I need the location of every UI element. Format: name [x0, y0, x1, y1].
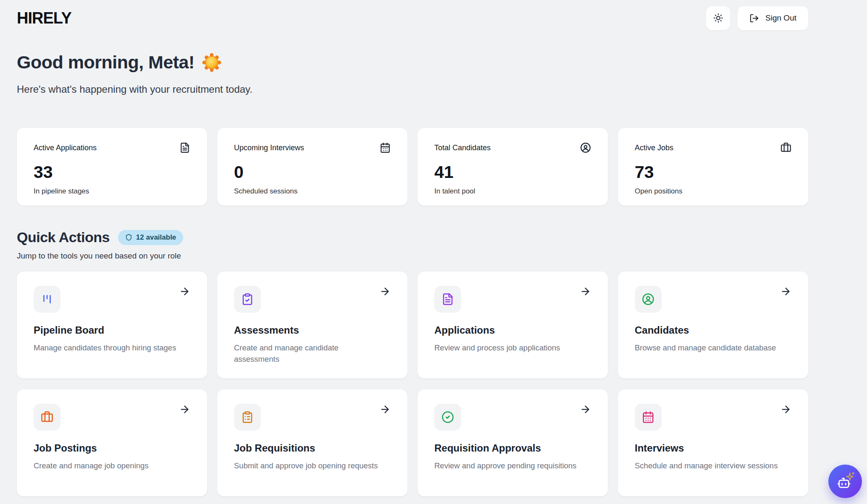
- action-description: Create and manage candidate assessments: [234, 342, 383, 365]
- action-description: Schedule and manage interview sessions: [635, 460, 784, 471]
- stat-icon: [780, 142, 791, 153]
- stat-card: Upcoming Interviews 0 Scheduled sessions: [217, 128, 407, 206]
- stat-label: Active Applications: [34, 144, 97, 152]
- quick-action-card[interactable]: Assessments Create and manage candidate …: [217, 272, 407, 379]
- action-description: Review and approve pending requisitions: [434, 460, 583, 471]
- greeting-section: Good morning, Meta!: [17, 52, 808, 95]
- quick-action-card[interactable]: Interviews Schedule and manage interview…: [618, 389, 808, 496]
- greeting-subtitle: Here's what's happening with your recrui…: [17, 84, 808, 95]
- stat-sublabel: In talent pool: [434, 187, 591, 196]
- action-title: Pipeline Board: [34, 324, 190, 336]
- action-icon: [34, 286, 60, 313]
- quick-actions-grid: Pipeline Board Manage candidates through…: [17, 272, 808, 496]
- top-bar: HIRELY Sign Out: [17, 0, 808, 30]
- app-logo: HIRELY: [17, 9, 71, 27]
- stat-card: Total Candidates 41 In talent pool: [418, 128, 608, 206]
- stat-sublabel: In pipeline stages: [34, 187, 190, 196]
- quick-action-card[interactable]: Requisition Approvals Review and approve…: [418, 389, 608, 496]
- stat-sublabel: Scheduled sessions: [234, 187, 391, 196]
- action-title: Job Postings: [34, 442, 190, 454]
- arrow-right-icon: [179, 404, 190, 415]
- stat-icon: [179, 142, 190, 153]
- action-icon: [635, 286, 662, 313]
- stat-value: 0: [234, 162, 391, 182]
- stat-value: 73: [635, 162, 791, 182]
- arrow-right-icon: [580, 286, 591, 297]
- action-description: Browse and manage candidate database: [635, 342, 784, 353]
- quick-actions-header: Quick Actions 12 available Jump to the t…: [17, 229, 808, 261]
- action-icon: [434, 286, 461, 313]
- stat-value: 33: [34, 162, 190, 182]
- arrow-right-icon: [179, 286, 190, 297]
- stat-card: Active Applications 33 In pipeline stage…: [17, 128, 207, 206]
- ai-assistant-fab[interactable]: [828, 465, 862, 498]
- theme-toggle-button[interactable]: [706, 6, 730, 30]
- dashboard-page: HIRELY Sign Out Good morning, Meta!: [0, 0, 867, 504]
- shield-icon: [125, 234, 132, 241]
- arrow-right-icon: [580, 404, 591, 415]
- action-title: Assessments: [234, 324, 391, 336]
- arrow-right-icon: [780, 404, 791, 415]
- stat-sublabel: Open positions: [635, 187, 791, 196]
- action-description: Manage candidates through hiring stages: [34, 342, 183, 353]
- available-count-badge: 12 available: [118, 230, 183, 245]
- quick-actions-title: Quick Actions: [17, 229, 110, 245]
- quick-action-card[interactable]: Pipeline Board Manage candidates through…: [17, 272, 207, 379]
- arrow-right-icon: [379, 404, 391, 415]
- log-out-icon: [749, 13, 759, 23]
- stat-label: Upcoming Interviews: [234, 144, 304, 152]
- available-count-label: 12 available: [136, 233, 176, 242]
- stat-value: 41: [434, 162, 591, 182]
- action-icon: [434, 404, 461, 431]
- quick-action-card[interactable]: Job Requisitions Submit and approve job …: [217, 389, 407, 496]
- stat-label: Total Candidates: [434, 144, 491, 152]
- action-title: Requisition Approvals: [434, 442, 591, 454]
- action-title: Applications: [434, 324, 591, 336]
- stats-grid: Active Applications 33 In pipeline stage…: [17, 128, 808, 206]
- topbar-actions: Sign Out: [706, 6, 808, 30]
- quick-actions-subtitle: Jump to the tools you need based on your…: [17, 251, 808, 261]
- bot-sparkle-icon: [837, 473, 854, 490]
- greeting-title: Good morning, Meta!: [17, 52, 808, 73]
- quick-action-card[interactable]: Candidates Browse and manage candidate d…: [618, 272, 808, 379]
- stat-icon: [580, 142, 591, 153]
- stat-label: Active Jobs: [635, 144, 673, 152]
- action-title: Interviews: [635, 442, 791, 454]
- arrow-right-icon: [379, 286, 391, 297]
- action-icon: [34, 404, 60, 431]
- stat-icon: [380, 142, 391, 153]
- action-description: Submit and approve job opening requests: [234, 460, 383, 471]
- stat-card: Active Jobs 73 Open positions: [618, 128, 808, 206]
- sign-out-label: Sign Out: [765, 13, 796, 23]
- sign-out-button[interactable]: Sign Out: [738, 6, 808, 30]
- action-icon: [635, 404, 662, 431]
- quick-action-card[interactable]: Job Postings Create and manage job openi…: [17, 389, 207, 496]
- action-description: Create and manage job openings: [34, 460, 183, 471]
- action-icon: [234, 286, 261, 313]
- action-icon: [234, 404, 261, 431]
- action-title: Job Requisitions: [234, 442, 391, 454]
- sun-emoji: [202, 53, 221, 72]
- action-title: Candidates: [635, 324, 791, 336]
- arrow-right-icon: [780, 286, 791, 297]
- action-description: Review and process job applications: [434, 342, 583, 353]
- sun-icon: [713, 13, 723, 23]
- quick-action-card[interactable]: Applications Review and process job appl…: [418, 272, 608, 379]
